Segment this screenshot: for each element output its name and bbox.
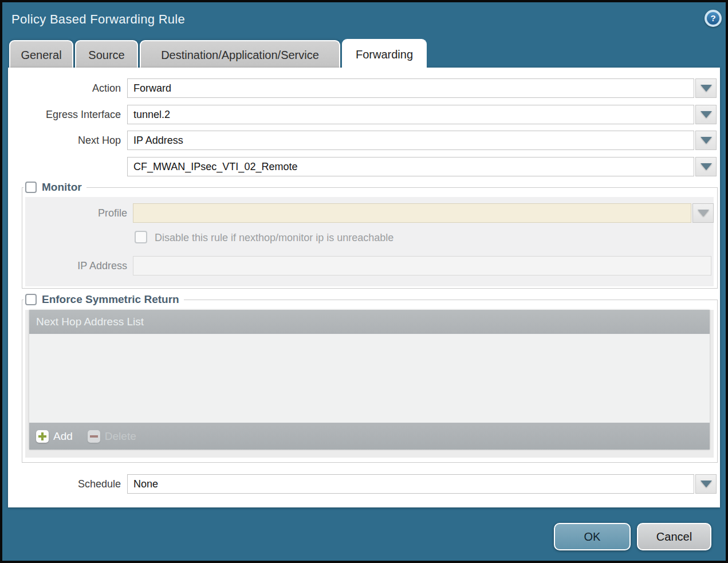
minus-icon: [88, 430, 100, 443]
action-dropdown-button[interactable]: [695, 78, 717, 98]
monitor-ip-address-input: [133, 256, 711, 275]
profile-row: Profile: [25, 203, 714, 223]
chevron-down-icon: [701, 163, 712, 170]
next-hop-address-list-table: Next Hop Address List Add Delete: [29, 310, 710, 450]
action-label: Action: [8, 78, 127, 98]
monitor-group: Monitor Profile Disable this rule if nex…: [22, 181, 718, 289]
enforce-symmetric-return-body: Next Hop Address List Add Delete: [25, 310, 714, 458]
schedule-label: Schedule: [8, 474, 127, 494]
cancel-button[interactable]: Cancel: [637, 523, 711, 550]
monitor-legend-label: Monitor: [42, 181, 82, 194]
next-hop-address-list-header: Next Hop Address List: [29, 310, 710, 334]
monitor-ip-address-row: IP Address: [25, 256, 711, 275]
schedule-row: Schedule None: [8, 474, 720, 494]
next-hop-type-select[interactable]: IP Address: [127, 131, 694, 150]
egress-interface-label: Egress Interface: [8, 105, 127, 124]
chevron-down-icon: [701, 111, 712, 118]
chevron-down-icon: [701, 481, 712, 487]
egress-interface-dropdown-button[interactable]: [695, 105, 717, 124]
tab-general[interactable]: General: [9, 40, 73, 69]
chevron-down-icon: [701, 137, 712, 144]
help-icon[interactable]: ?: [705, 10, 722, 27]
forwarding-tab-panel: Action Forward Egress Interface tunnel.2…: [8, 68, 720, 507]
profile-select: [133, 203, 691, 223]
plus-icon: [36, 430, 49, 443]
schedule-select[interactable]: None: [127, 474, 694, 494]
delete-button: Delete: [88, 430, 136, 443]
next-hop-label: Next Hop: [8, 131, 127, 150]
disable-rule-label: Disable this rule if nexthop/monitor ip …: [155, 231, 393, 245]
enforce-symmetric-return-group: Enforce Symmetric Return Next Hop Addres…: [22, 293, 718, 463]
enforce-symmetric-return-legend-label: Enforce Symmetric Return: [42, 293, 179, 306]
delete-button-label: Delete: [105, 430, 136, 443]
tab-destination-application-service[interactable]: Destination/Application/Service: [140, 40, 340, 69]
ok-button[interactable]: OK: [554, 523, 631, 550]
next-hop-address-row: CF_MWAN_IPsec_VTI_02_Remote: [8, 157, 720, 176]
profile-dropdown-button: [692, 203, 714, 223]
monitor-checkbox[interactable]: [25, 182, 37, 193]
next-hop-address-select[interactable]: CF_MWAN_IPsec_VTI_02_Remote: [127, 157, 694, 176]
enforce-symmetric-return-legend: Enforce Symmetric Return: [23, 293, 184, 306]
next-hop-row: Next Hop IP Address: [8, 131, 720, 150]
add-button[interactable]: Add: [36, 430, 73, 443]
monitor-legend: Monitor: [23, 181, 86, 194]
action-select[interactable]: Forward: [127, 78, 694, 98]
chevron-down-icon: [698, 210, 709, 216]
add-button-label: Add: [53, 430, 73, 443]
dialog-title: Policy Based Forwarding Rule: [11, 12, 185, 27]
tab-forwarding[interactable]: Forwarding: [342, 39, 427, 69]
monitor-ip-address-label: IP Address: [25, 256, 133, 275]
enforce-symmetric-return-checkbox[interactable]: [25, 294, 37, 305]
chevron-down-icon: [701, 85, 712, 92]
profile-label: Profile: [25, 203, 133, 223]
disable-rule-row: Disable this rule if nexthop/monitor ip …: [135, 231, 393, 245]
tab-bar: General Source Destination/Application/S…: [9, 39, 427, 69]
next-hop-type-dropdown-button[interactable]: [695, 131, 717, 150]
pbf-rule-dialog: Policy Based Forwarding Rule ? General S…: [0, 0, 728, 563]
disable-rule-checkbox: [135, 231, 147, 243]
next-hop-address-list-toolbar: Add Delete: [29, 423, 710, 450]
schedule-dropdown-button[interactable]: [695, 474, 717, 494]
action-row: Action Forward: [8, 78, 720, 98]
egress-interface-row: Egress Interface tunnel.2: [8, 105, 720, 124]
question-mark-glyph: ?: [707, 12, 719, 25]
tab-source[interactable]: Source: [75, 40, 138, 69]
egress-interface-select[interactable]: tunnel.2: [127, 105, 694, 124]
next-hop-address-list-body: [29, 334, 710, 423]
next-hop-address-dropdown-button[interactable]: [695, 157, 717, 176]
monitor-body: Profile Disable this rule if nexthop/mon…: [25, 197, 714, 286]
